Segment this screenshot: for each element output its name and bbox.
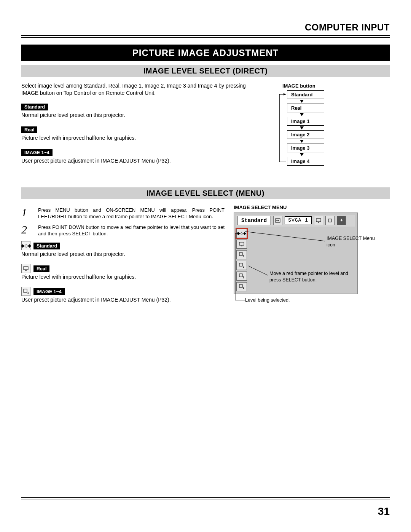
menu-desc-image14: User preset picture adjustment in IMAGE … [21, 297, 225, 303]
svg-text:1: 1 [243, 255, 244, 257]
pill-menu-standard: Standard [33, 243, 60, 249]
manual-page: COMPUTER INPUT PICTURE IMAGE ADJUSTMENT … [0, 0, 411, 532]
direct-flow: IMAGE button Standard Real Image 1 Image… [264, 82, 390, 166]
osd-sidebar: ◆◇◆ 1 2 3 4 [236, 229, 250, 291]
direct-left: Select image level among Standard, Real,… [21, 82, 255, 171]
pill-menu-real: Real [33, 265, 49, 272]
annot-move: Move a red frame pointer to level and pr… [269, 270, 349, 283]
osd-item-real [236, 240, 247, 249]
return-arrow [279, 93, 286, 164]
arrow-down-icon [300, 113, 304, 116]
header-rule [21, 35, 390, 38]
svg-rect-9 [239, 242, 244, 245]
arrow-down-icon [300, 153, 304, 156]
step-2: 2 Press POINT DOWN button to move a red … [21, 224, 225, 237]
osd-topbar: Standard SVGA 1 ✦ [236, 215, 355, 227]
diamond-trio-icon: ◆◇◆ [21, 241, 30, 250]
footer-rule [21, 497, 390, 500]
osd-mode: SVGA 1 [285, 216, 312, 224]
osd-item-img2: 2 [236, 261, 247, 270]
step-2-number: 2 [21, 224, 32, 235]
svg-marker-0 [284, 93, 286, 96]
svg-rect-2 [25, 270, 27, 271]
osd-item-img4: 4 [236, 282, 247, 291]
osd-item-standard: ◆◇◆ [236, 229, 247, 238]
arrow-down-icon [300, 140, 304, 143]
svg-text:3: 3 [243, 276, 244, 279]
section-menu-title: IMAGE LEVEL SELECT (MENU) [21, 187, 390, 199]
svg-rect-10 [241, 246, 242, 246]
square-small-icon [325, 216, 335, 225]
pill-real: Real [21, 126, 37, 133]
osd-item-img1: 1 [236, 250, 247, 259]
monitor-small-icon [314, 216, 323, 225]
flow-image2: Image 2 [287, 130, 324, 139]
figure-title: IMAGE SELECT MENU [234, 204, 390, 210]
square-1-icon: 1 [21, 287, 30, 296]
flow-image1: Image 1 [287, 117, 324, 126]
flow-image4: Image 4 [287, 157, 324, 166]
input-icon [273, 216, 282, 225]
section-direct-title: IMAGE LEVEL SELECT (DIRECT) [21, 65, 390, 77]
pill-image14: IMAGE 1~4 [21, 149, 53, 156]
svg-rect-3 [24, 289, 27, 292]
menu-columns: 1 Press MENU button and ON-SCREEN MENU w… [21, 204, 390, 310]
svg-text:4: 4 [243, 287, 244, 289]
desc-standard: Normal picture level preset on this proj… [21, 112, 255, 118]
step-1: 1 Press MENU button and ON-SCREEN MENU w… [21, 207, 225, 220]
step-2-text: Press POINT DOWN button to move a red fr… [38, 224, 225, 237]
osd-current-level: Standard [237, 216, 271, 225]
main-title: PICTURE IMAGE ADJUSTMENT [21, 45, 390, 61]
svg-rect-8 [328, 219, 331, 222]
page-number: 31 [378, 505, 390, 518]
svg-rect-6 [316, 219, 321, 222]
direct-intro: Select image level among Standard, Real,… [21, 82, 255, 97]
menu-item-real: Real [21, 264, 225, 273]
menu-right: IMAGE SELECT MENU Standard SVGA 1 [234, 204, 390, 294]
direct-columns: Select image level among Standard, Real,… [21, 82, 390, 171]
desc-image14: User preset picture adjustment in IMAGE … [21, 158, 255, 164]
flow-real: Real [287, 104, 324, 112]
pill-menu-image14: IMAGE 1~4 [33, 288, 65, 295]
menu-item-standard: ◆◇◆ Standard [21, 241, 225, 250]
svg-rect-13 [239, 263, 242, 266]
svg-rect-7 [318, 222, 319, 223]
flow-caption: IMAGE button [282, 83, 390, 89]
step-1-number: 1 [21, 207, 32, 218]
flow-image3: Image 3 [287, 144, 324, 152]
svg-text:1: 1 [27, 291, 29, 294]
flow-standard: Standard [287, 90, 324, 99]
menu-desc-real: Picture level with improved halftone for… [21, 274, 225, 280]
svg-rect-17 [239, 284, 242, 288]
annot-selected: Level being selected. [245, 297, 290, 304]
step-1-text: Press MENU button and ON-SCREEN MENU wil… [38, 207, 225, 220]
pill-standard: Standard [21, 104, 48, 110]
desc-real: Picture level with improved halftone for… [21, 135, 255, 141]
menu-item-image14: 1 IMAGE 1~4 [21, 287, 225, 296]
osd-item-img3: 3 [236, 272, 247, 281]
menu-desc-standard: Normal picture level preset on this proj… [21, 251, 225, 257]
menu-left: 1 Press MENU button and ON-SCREEN MENU w… [21, 204, 225, 310]
annot-menu-icon: IMAGE SELECT Menu icon [327, 235, 380, 248]
svg-rect-1 [24, 267, 28, 270]
svg-text:2: 2 [243, 265, 244, 268]
arrow-down-icon [300, 100, 304, 103]
swirl-icon: ✦ [337, 216, 346, 225]
svg-rect-15 [239, 274, 242, 277]
monitor-icon [21, 264, 30, 273]
arrow-down-icon [300, 126, 304, 129]
section-header: COMPUTER INPUT [21, 22, 390, 33]
svg-rect-11 [239, 252, 242, 256]
